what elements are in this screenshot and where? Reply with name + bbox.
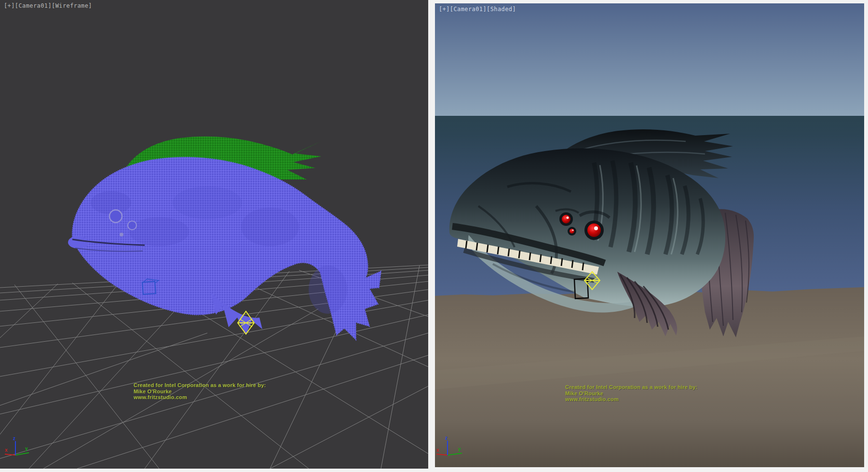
fish-model-wireframe[interactable] — [68, 157, 381, 340]
y-axis — [15, 453, 29, 455]
world-axis-tripod: x y z — [0, 436, 39, 469]
viewport-label-wireframe[interactable]: [+][Camera01][Wireframe] — [4, 2, 92, 9]
world-axis-tripod: x y z — [435, 436, 474, 467]
z-axis-label: z — [445, 436, 448, 441]
watermark-line-2: Mike O'Rourke — [134, 389, 266, 395]
y-axis — [448, 453, 462, 455]
fish-eye-small — [570, 229, 574, 234]
y-axis-label: y — [458, 446, 461, 452]
viewport-label-shaded[interactable]: [+][Camera01][Shaded] — [439, 6, 516, 13]
x-axis — [436, 454, 448, 455]
watermark-line-1: Created for Intel Corporation as a work … — [565, 384, 697, 390]
viewport-wireframe[interactable]: [+][Camera01][Wireframe] Created for Int… — [0, 0, 428, 469]
fish-snout-lip — [68, 236, 88, 249]
sky-background — [435, 3, 864, 116]
y-axis-label: y — [25, 446, 28, 451]
watermark: Created for Intel Corporation as a work … — [565, 384, 697, 403]
watermark-line-3: www.fritzstudio.com — [565, 396, 697, 403]
watermark-line-3: www.fritzstudio.com — [134, 394, 266, 401]
watermark-line-2: Mike O'Rourke — [565, 390, 697, 397]
x-axis-label: x — [5, 447, 8, 453]
fish-eye-medium — [562, 215, 570, 223]
fish-eye-large — [587, 223, 601, 237]
x-axis — [5, 454, 15, 455]
watermark: Created for Intel Corporation as a work … — [134, 382, 266, 401]
viewport-shaded[interactable]: [+][Camera01][Shaded] Created for Intel … — [435, 3, 864, 467]
z-axis-label: z — [13, 436, 15, 441]
x-axis-label: x — [436, 447, 439, 453]
watermark-line-1: Created for Intel Corporation as a work … — [134, 382, 266, 389]
